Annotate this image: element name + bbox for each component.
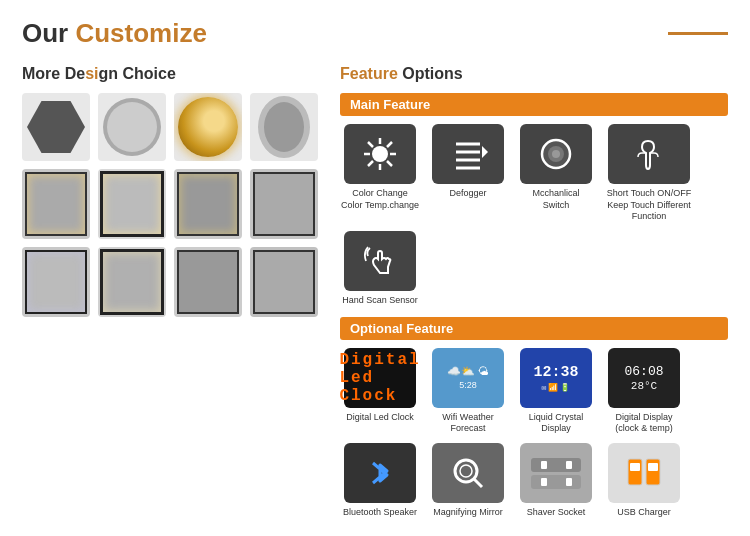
touch-label: Short Touch ON/OFFKeep Touch DifferentFu… bbox=[607, 188, 691, 223]
feature-touch: Short Touch ON/OFFKeep Touch DifferentFu… bbox=[604, 124, 694, 223]
title-normal: Our bbox=[22, 18, 75, 48]
svg-rect-21 bbox=[628, 459, 642, 485]
header-line bbox=[668, 32, 728, 35]
hex-shape bbox=[27, 98, 85, 156]
design-row-1 bbox=[22, 93, 322, 161]
switch-icon bbox=[536, 134, 576, 174]
weather-icon-box: ☁️⛅ 🌤 5:28 bbox=[432, 348, 504, 408]
digital-temp: 28°C bbox=[631, 380, 657, 392]
bluetooth-icon-box bbox=[344, 443, 416, 503]
optional-feature-section: Optional Feature Digital Led Clock Digit… bbox=[340, 317, 728, 519]
page-title: Our Customize bbox=[22, 18, 207, 49]
touch-icon bbox=[630, 135, 668, 173]
hand-scan-icon-box bbox=[344, 231, 416, 291]
feature-led-clock: Digital Led Clock Digital Led Clock bbox=[340, 348, 420, 435]
oval-shape bbox=[258, 96, 310, 158]
left-column: More Design Choice bbox=[22, 65, 322, 529]
defogger-label: Defogger bbox=[449, 188, 486, 200]
bluetooth-icon bbox=[365, 455, 395, 491]
mirror-rect-3 bbox=[174, 169, 242, 239]
color-change-label: Color ChangeColor Temp.change bbox=[341, 188, 419, 211]
shaver-slots bbox=[531, 458, 581, 472]
switch-label: McchanlicalSwitch bbox=[532, 188, 579, 211]
svg-rect-22 bbox=[630, 463, 640, 471]
mirror-rect-5 bbox=[22, 247, 90, 317]
weather-label: Wifi Weather Forecast bbox=[428, 412, 508, 435]
shaver-icon-box bbox=[520, 443, 592, 503]
digital-time: 06:08 bbox=[624, 364, 663, 379]
main-feature-section: Main Feature bbox=[340, 93, 728, 307]
main-feature-grid: Color ChangeColor Temp.change bbox=[340, 124, 728, 307]
optional-row-1: Digital Led Clock Digital Led Clock ☁️⛅ … bbox=[340, 348, 728, 435]
lcd-time: 12:38 bbox=[533, 364, 578, 381]
color-change-icon-box bbox=[344, 124, 416, 184]
glow-shape bbox=[178, 97, 238, 157]
feature-shaver: Shaver Socket bbox=[516, 443, 596, 519]
shaver-slots-2 bbox=[531, 475, 581, 489]
feature-bluetooth: Bluetooth Speaker bbox=[340, 443, 420, 519]
feature-lcd: 12:38 ✉📶🔋 Liquid Crystal Display bbox=[516, 348, 596, 435]
weather-display: ☁️⛅ 🌤 bbox=[447, 365, 489, 378]
title-accent: Customize bbox=[75, 18, 206, 48]
feature-switch: McchanlicalSwitch bbox=[516, 124, 596, 223]
sun-icon bbox=[361, 135, 399, 173]
svg-point-0 bbox=[372, 146, 388, 162]
led-clock-icon-box: Digital Led Clock bbox=[344, 348, 416, 408]
feature-defogger: Defogger bbox=[428, 124, 508, 223]
svg-point-18 bbox=[455, 460, 477, 482]
mirror-rect-6 bbox=[98, 247, 166, 317]
svg-line-7 bbox=[387, 142, 392, 147]
mirror-rect-8 bbox=[250, 247, 318, 317]
design-grid bbox=[22, 93, 322, 317]
svg-rect-23 bbox=[646, 459, 660, 485]
main-feature-header: Main Feature bbox=[340, 93, 728, 116]
touch-icon-box bbox=[608, 124, 690, 184]
page: Our Customize More Design Choice bbox=[0, 0, 750, 536]
usb-icon-box bbox=[608, 443, 680, 503]
design-section-title: More Design Choice bbox=[22, 65, 322, 83]
mirror-round-1 bbox=[98, 93, 166, 161]
lcd-icon-box: 12:38 ✉📶🔋 bbox=[520, 348, 592, 408]
design-row-2 bbox=[22, 169, 322, 239]
feature-weather: ☁️⛅ 🌤 5:28 Wifi Weather Forecast bbox=[428, 348, 508, 435]
round-shape bbox=[103, 98, 161, 156]
optional-feature-header: Optional Feature bbox=[340, 317, 728, 340]
switch-icon-box bbox=[520, 124, 592, 184]
feature-magnify: Magnifying Mirror bbox=[428, 443, 508, 519]
shaver-label: Shaver Socket bbox=[527, 507, 586, 519]
mirror-oval bbox=[250, 93, 318, 161]
hand-scan-icon bbox=[360, 241, 400, 281]
magnify-icon-box bbox=[432, 443, 504, 503]
defogger-icon-box bbox=[432, 124, 504, 184]
digital-display-icon-box: 06:08 28°C bbox=[608, 348, 680, 408]
mirror-rect-2 bbox=[98, 169, 166, 239]
led-clock-label: Digital Led Clock bbox=[346, 412, 414, 424]
lcd-icons: ✉📶🔋 bbox=[542, 383, 571, 392]
mirror-rect-7 bbox=[174, 247, 242, 317]
digital-display-label: Digital Display(clock & temp) bbox=[615, 412, 673, 435]
magnify-icon bbox=[448, 453, 488, 493]
hand-scan-label: Hand Scan Sensor bbox=[342, 295, 418, 307]
svg-line-5 bbox=[368, 142, 373, 147]
magnify-label: Magnifying Mirror bbox=[433, 507, 503, 519]
right-column: Feature Options Main Feature bbox=[340, 65, 728, 529]
svg-line-20 bbox=[474, 479, 482, 487]
svg-point-16 bbox=[552, 150, 560, 158]
mirror-round-glow bbox=[174, 93, 242, 161]
main-content: More Design Choice bbox=[22, 65, 728, 529]
design-row-3 bbox=[22, 247, 322, 317]
usb-label: USB Charger bbox=[617, 507, 671, 519]
mirror-rect-4 bbox=[250, 169, 318, 239]
feature-section-title: Feature Options bbox=[340, 65, 728, 83]
feature-usb: USB Charger bbox=[604, 443, 684, 519]
feature-hand-scan: Hand Scan Sensor bbox=[340, 231, 420, 307]
defog-icon bbox=[448, 132, 488, 176]
svg-point-19 bbox=[460, 465, 472, 477]
feature-digital-display: 06:08 28°C Digital Display(clock & temp) bbox=[604, 348, 684, 435]
weather-time: 5:28 bbox=[459, 380, 477, 390]
led-clock-display: Digital Led Clock bbox=[339, 351, 420, 405]
usb-icon bbox=[620, 451, 668, 495]
svg-line-8 bbox=[368, 161, 373, 166]
header: Our Customize bbox=[22, 18, 728, 49]
svg-line-6 bbox=[387, 161, 392, 166]
